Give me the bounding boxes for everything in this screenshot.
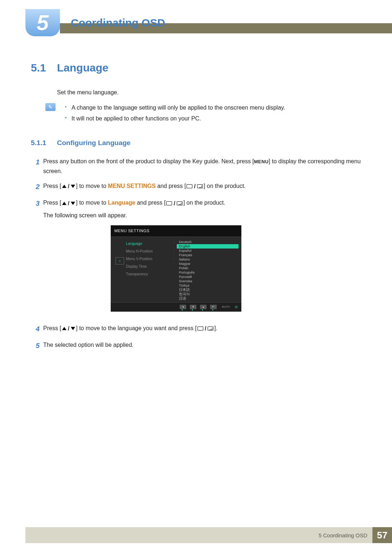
note-block: ✎ A change to the language setting will …	[45, 102, 361, 124]
step-text: ] on the product.	[204, 183, 246, 189]
osd-title: MENU SETTINGS	[111, 225, 241, 237]
osd-menu-item: Display Time	[126, 263, 173, 270]
step-text: ].	[214, 325, 217, 331]
osd-language-item: Deutsch	[177, 240, 238, 244]
page-number: 57	[372, 527, 392, 543]
language-label: Language	[108, 200, 135, 206]
osd-language-item: Italiano	[177, 257, 238, 262]
chapter-title: Coordinating OSD	[71, 17, 165, 29]
osd-power-icon: ⟳	[235, 304, 238, 310]
osd-menu-list: Language Menu H-Position Menu V-Position…	[126, 240, 173, 301]
page-content: 5.1 Language Set the menu language. ✎ A …	[31, 62, 361, 357]
step-text: ] to move to	[76, 183, 108, 189]
step-number: 1	[31, 156, 43, 176]
section-number: 5.1	[31, 62, 57, 74]
up-down-icon: /	[62, 324, 75, 333]
osd-language-item: Português	[177, 270, 238, 275]
step-text: Press any button on the front of the pro…	[43, 158, 254, 164]
chapter-number-tab: 5	[25, 9, 60, 36]
osd-menu-item: Language	[126, 240, 173, 247]
step-text: and press [	[135, 200, 166, 206]
osd-language-item: Русский	[177, 275, 238, 279]
step-text: Press [	[43, 200, 61, 206]
step-1: 1 Press any button on the front of the p…	[31, 156, 361, 176]
osd-category-icon: ⟐	[115, 257, 124, 264]
step-body: The selected option will be applied.	[43, 340, 361, 352]
note-item: It will not be applied to other function…	[65, 113, 285, 124]
section-intro: Set the menu language.	[57, 89, 361, 96]
osd-language-item: 한국어	[177, 292, 238, 296]
chapter-title-bar: Coordinating OSD	[60, 9, 392, 36]
screen-appear-text: The following screen will appear.	[43, 210, 361, 220]
osd-language-list: DeutschEnglishEspañolFrançaisItalianoMag…	[177, 240, 238, 301]
step-3: 3 Press [/] to move to Language and pres…	[31, 198, 361, 318]
osd-menu-item: Menu H-Position	[126, 247, 173, 255]
step-text: ] to move to	[76, 200, 108, 206]
menu-button-label: MENU	[254, 159, 269, 164]
osd-menu-item: Transparency	[126, 270, 173, 278]
osd-language-item: 汉语	[177, 296, 238, 301]
note-list: A change to the language setting will on…	[65, 102, 285, 124]
osd-nav-down-icon: ▾	[190, 305, 196, 309]
subsection-title: Configuring Language	[57, 139, 131, 147]
section-heading: 5.1 Language	[31, 62, 361, 74]
up-down-icon: /	[62, 181, 75, 191]
footer-breadcrumb: 5 Coordinating OSD	[25, 527, 372, 543]
step-text: ] on the product.	[183, 200, 225, 206]
step-body: Press [/] to move to Language and press …	[43, 198, 361, 318]
source-enter-icon: /	[187, 181, 203, 191]
osd-nav-up-icon: ▴	[200, 305, 207, 309]
osd-screenshot: MENU SETTINGS ⟐ Language Menu H-Position…	[111, 225, 241, 312]
step-4: 4 Press [/] to move to the language you …	[31, 323, 361, 335]
osd-nav-enter-icon: ↵	[210, 305, 217, 309]
source-enter-icon: /	[197, 324, 213, 333]
subsection-heading: 5.1.1 Configuring Language	[31, 139, 361, 147]
step-5: 5 The selected option will be applied.	[31, 340, 361, 352]
up-down-icon: /	[62, 198, 75, 208]
step-number: 2	[31, 181, 43, 193]
source-enter-icon: /	[166, 198, 182, 208]
step-number: 4	[31, 323, 43, 335]
osd-menu-item: Menu V-Position	[126, 255, 173, 263]
note-item: A change to the language setting will on…	[65, 102, 285, 113]
osd-separator: :::::	[173, 240, 177, 301]
note-icon: ✎	[45, 103, 56, 111]
step-body: Press [/] to move to MENU SETTINGS and p…	[43, 181, 361, 193]
step-body: Press any button on the front of the pro…	[43, 156, 361, 176]
osd-sidebar: ⟐	[114, 240, 126, 301]
step-number: 5	[31, 340, 43, 352]
osd-nav-back-icon: ◂	[180, 305, 186, 309]
subsection-number: 5.1.1	[31, 139, 57, 147]
step-number: 3	[31, 198, 43, 318]
step-text: Press [	[43, 183, 61, 189]
osd-language-item: Español	[177, 249, 238, 253]
osd-language-item: Polski	[177, 266, 238, 270]
step-2: 2 Press [/] to move to MENU SETTINGS and…	[31, 181, 361, 193]
osd-language-item: 日本語	[177, 288, 238, 292]
osd-language-item: Magyar	[177, 262, 238, 266]
step-text: and press [	[156, 183, 186, 189]
page-footer: 5 Coordinating OSD 57	[25, 527, 392, 543]
osd-footer: ◂ ▾ ▴ ↵ AUTO ⟳	[111, 302, 241, 312]
chapter-number: 5	[37, 10, 49, 35]
steps-list: 1 Press any button on the front of the p…	[31, 156, 361, 352]
osd-auto-label: AUTO	[220, 304, 231, 309]
section-title: Language	[57, 62, 109, 74]
step-body: Press [/] to move to the language you wa…	[43, 323, 361, 335]
osd-language-item: Français	[177, 253, 238, 257]
chapter-header: 5 Coordinating OSD	[25, 9, 392, 36]
osd-language-item: Svenska	[177, 279, 238, 283]
step-text: ] to move to the language you want and p…	[76, 325, 197, 331]
osd-body: ⟐ Language Menu H-Position Menu V-Positi…	[111, 237, 241, 302]
osd-language-item: English	[177, 244, 238, 249]
step-text: Press [	[43, 325, 61, 331]
menu-settings-label: MENU SETTINGS	[108, 183, 156, 189]
osd-language-item: Türkçe	[177, 283, 238, 288]
